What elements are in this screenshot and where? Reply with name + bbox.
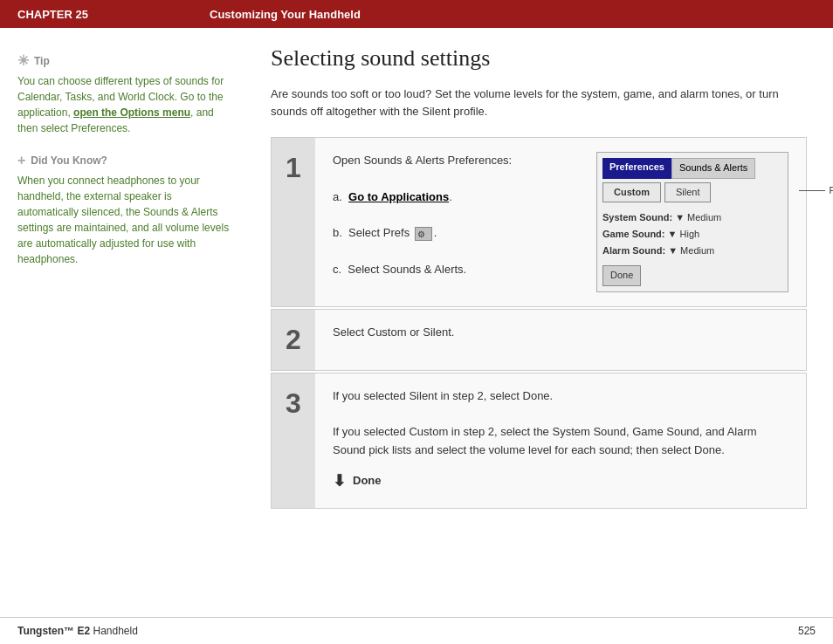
main-content: Selecting sound settings Are sounds too … bbox=[253, 45, 833, 528]
dyk-label: Did You Know? bbox=[31, 154, 107, 167]
sidebar: ✳ Tip You can choose different types of … bbox=[0, 45, 253, 528]
tip-section: ✳ Tip You can choose different types of … bbox=[17, 54, 236, 136]
profile-boxes-label: Profile boxes bbox=[799, 183, 833, 199]
system-sound-row: System Sound: ▼ Medium bbox=[602, 209, 782, 226]
header-title: Customizing Your Handheld bbox=[210, 8, 361, 21]
footer-page: 525 bbox=[798, 625, 816, 637]
tab-preferences: Preferences bbox=[602, 158, 671, 179]
step-2-box: 2 Select Custom or Silent. bbox=[271, 309, 807, 371]
alarm-sound-row: Alarm Sound: ▼ Medium bbox=[602, 243, 782, 259]
dyk-text: When you connect headphones to your hand… bbox=[17, 173, 236, 267]
tip-asterisk-icon: ✳ bbox=[17, 54, 29, 68]
step-3-content: If you selected Silent in step 2, select… bbox=[315, 373, 806, 508]
step-2-text: Select Custom or Silent. bbox=[333, 324, 788, 342]
done-arrow-icon: ⬇ bbox=[333, 469, 346, 494]
page-header: CHAPTER 25 Customizing Your Handheld bbox=[0, 0, 833, 28]
step-1-screenshot: Preferences Sounds & Alerts Custom Silen… bbox=[596, 152, 788, 292]
goto-applications-link[interactable]: Go to Applications bbox=[348, 190, 449, 203]
page-footer: Tungsten™ E2 Handheld 525 bbox=[0, 617, 833, 644]
tip-text: You can choose different types of sounds… bbox=[17, 73, 236, 136]
did-you-know-section: + Did You Know? When you connect headpho… bbox=[17, 154, 236, 267]
step-3-box: 3 If you selected Silent in step 2, sele… bbox=[271, 373, 807, 509]
options-menu-link[interactable]: open the Options menu bbox=[73, 106, 190, 119]
step-1-box: 1 Open Sounds & Alerts Preferences: a. G… bbox=[271, 137, 807, 307]
screenshot-tabs: Preferences Sounds & Alerts bbox=[602, 158, 782, 179]
step-1-text: Open Sounds & Alerts Preferences: a. Go … bbox=[333, 152, 579, 292]
profile-line bbox=[799, 190, 825, 191]
screenshot-buttons: Custom Silent bbox=[602, 182, 782, 203]
intro-text: Are sounds too soft or too loud? Set the… bbox=[271, 86, 807, 120]
chapter-label: CHAPTER 25 bbox=[17, 8, 210, 21]
tip-label: Tip bbox=[34, 55, 50, 67]
done-label: Done bbox=[353, 472, 382, 490]
custom-button: Custom bbox=[602, 182, 661, 203]
tab-sounds-alerts: Sounds & Alerts bbox=[671, 158, 755, 179]
game-sound-row: Game Sound: ▼ High bbox=[602, 226, 782, 243]
step-1-content: Open Sounds & Alerts Preferences: a. Go … bbox=[315, 138, 806, 306]
step-1a: a. Go to Applications. bbox=[333, 188, 579, 207]
step-1-number: 1 bbox=[272, 138, 315, 306]
screenshot-sounds: System Sound: ▼ Medium Game Sound: ▼ Hig… bbox=[602, 209, 782, 258]
done-button-screenshot: Done bbox=[602, 265, 641, 286]
dyk-header: + Did You Know? bbox=[17, 154, 236, 168]
step-2-content: Select Custom or Silent. bbox=[315, 310, 806, 370]
dyk-plus-icon: + bbox=[17, 154, 25, 168]
prefs-icon bbox=[415, 227, 432, 241]
done-line: ⬇ Done bbox=[333, 469, 788, 494]
step-1b: b. Select Prefs . bbox=[333, 224, 579, 243]
page-heading: Selecting sound settings bbox=[271, 45, 807, 72]
silent-button: Silent bbox=[664, 182, 712, 203]
footer-brand: Tungsten™ E2 Handheld bbox=[17, 625, 138, 637]
step-1c: c. Select Sounds & Alerts. bbox=[333, 261, 579, 279]
step-3-number: 3 bbox=[272, 373, 315, 508]
step-1-header: Open Sounds & Alerts Preferences: bbox=[333, 152, 579, 170]
screenshot-box: Preferences Sounds & Alerts Custom Silen… bbox=[596, 152, 788, 292]
step-3-text1: If you selected Silent in step 2, select… bbox=[333, 387, 788, 406]
tip-header: ✳ Tip bbox=[17, 54, 236, 68]
step-3-text2: If you selected Custom in step 2, select… bbox=[333, 423, 788, 460]
step-2-number: 2 bbox=[272, 310, 315, 370]
